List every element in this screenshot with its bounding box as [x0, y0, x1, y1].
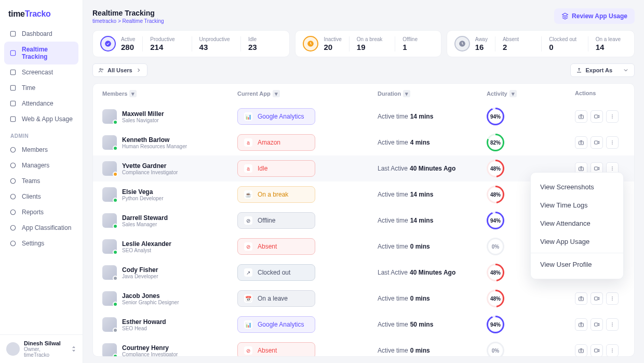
nav-item-teams[interactable]: Teams [4, 173, 78, 189]
more-button[interactable] [606, 110, 619, 123]
screencast-button[interactable] [591, 110, 603, 123]
nav-label: Teams [22, 177, 40, 185]
table-row[interactable]: Maxwell Miller Sales Navigator 📊 Google … [93, 103, 634, 129]
stat-unproductive: Unproductive43 [192, 36, 240, 51]
screencast-button[interactable] [591, 136, 603, 149]
activity-value: 48% [490, 166, 501, 172]
breadcrumb[interactable]: timetracko > Realtime Tracking [92, 18, 164, 24]
dropdown-item-view-attendance[interactable]: View Attendance [531, 214, 623, 232]
member-name: Darrell Steward [122, 214, 168, 222]
activity-ring: 82% [487, 134, 504, 151]
duration-value: 14 mins [410, 217, 434, 224]
col-duration[interactable]: Duration [378, 90, 401, 97]
member-name: Elsie Vega [122, 188, 164, 196]
screenshot-button[interactable] [575, 318, 587, 331]
activity-value: 82% [490, 140, 501, 146]
video-icon [594, 113, 600, 120]
activity-value: 94% [490, 322, 501, 328]
stat-label: Unproductive [199, 36, 233, 42]
svg-point-65 [612, 300, 613, 301]
member-avatar [102, 213, 117, 228]
nav-item-dashboard[interactable]: Dashboard [4, 26, 78, 42]
svg-point-63 [612, 296, 613, 297]
nav-icon [9, 209, 17, 216]
nav-item-screencast[interactable]: Screencast [4, 64, 78, 80]
table-row[interactable]: Jacob Jones Senior Graphic Designer 📅 On… [93, 286, 634, 312]
screenshot-button[interactable] [575, 110, 587, 123]
sort-duration[interactable]: ▾ [403, 90, 410, 97]
svg-point-10 [10, 210, 15, 214]
table-row[interactable]: Courtney Henry Compliance Investigator ⊘… [93, 338, 634, 357]
camera-icon [578, 321, 584, 328]
stat-value: 2 [503, 43, 534, 51]
stat-away: Away16 [447, 36, 495, 51]
user-footer[interactable]: Dinesh Silwal Owner, timeTracko [0, 334, 83, 363]
status-dot [113, 354, 118, 357]
export-button[interactable]: Export As [570, 63, 635, 77]
col-activity[interactable]: Activity [487, 90, 507, 97]
video-icon [594, 165, 600, 172]
dropdown-item-view-app-usage[interactable]: View App Usage [531, 232, 623, 251]
main: Realtime Tracking timetracko > Realtime … [83, 0, 644, 363]
nav-item-reports[interactable]: Reports [4, 204, 78, 220]
more-button[interactable] [606, 318, 619, 331]
member-role: SEO Analyst [122, 248, 171, 253]
duration-value: 40 Minutes Ago [410, 269, 455, 276]
stat-value: 214 [150, 43, 184, 51]
stat-value: 16 [475, 43, 488, 51]
stat-label: Active [121, 36, 135, 42]
nav-icon [9, 84, 17, 92]
dropdown-item-view-user-profile[interactable]: View User Profile [531, 255, 623, 274]
logo-text-1: time [8, 9, 25, 18]
all-users-filter[interactable]: All Users [92, 63, 147, 77]
nav-item-app-classification[interactable]: App Classification [4, 220, 78, 236]
activity-ring: 94% [487, 108, 504, 125]
video-icon [594, 347, 600, 354]
sort-app[interactable]: ▾ [273, 90, 280, 97]
stat-value: 43 [199, 43, 233, 51]
review-app-usage-button[interactable]: Review App Usage [554, 8, 635, 24]
col-members[interactable]: Members [102, 90, 127, 97]
table-row[interactable]: Kenneth Barlow Human Resources Manager a… [93, 129, 634, 155]
screenshot-button[interactable] [575, 292, 587, 305]
more-button[interactable] [606, 136, 619, 149]
nav-item-web-app-usage[interactable]: Web & App Usage [4, 111, 78, 127]
more-vert-icon [609, 165, 615, 172]
screenshot-button[interactable] [575, 344, 587, 357]
app-pill: 📊 Google Analytics [237, 108, 315, 125]
screencast-button[interactable] [591, 292, 603, 305]
dropdown-item-view-time-logs[interactable]: View Time Logs [531, 196, 623, 214]
camera-icon [578, 113, 584, 120]
duration-value: 40 Minutes Ago [410, 165, 455, 172]
stat-card-away: Away16Absent2Clocked out0On a leave14 [447, 30, 635, 57]
svg-rect-1 [10, 50, 15, 55]
nav-item-members[interactable]: Members [4, 142, 78, 158]
dropdown-item-view-screenshots[interactable]: View Screenshots [531, 178, 623, 196]
svg-rect-72 [579, 349, 584, 353]
dropdown-separator [531, 253, 623, 253]
nav-item-settings[interactable]: Settings [4, 236, 78, 251]
nav-item-managers[interactable]: Managers [4, 158, 78, 173]
col-app[interactable]: Current App [237, 90, 271, 97]
svg-point-21 [612, 114, 613, 115]
nav-item-attendance[interactable]: Attendance [4, 96, 78, 111]
sort-activity[interactable]: ▾ [509, 90, 517, 97]
svg-rect-68 [595, 323, 598, 326]
svg-rect-62 [595, 297, 598, 300]
chevron-updown-icon[interactable] [71, 345, 76, 353]
status-dot [113, 328, 118, 333]
nav-item-time[interactable]: Time [4, 80, 78, 96]
screencast-button[interactable] [591, 344, 603, 357]
more-button[interactable] [606, 344, 619, 357]
sort-members[interactable]: ▾ [129, 90, 137, 97]
screencast-button[interactable] [591, 318, 603, 331]
camera-icon [578, 165, 584, 172]
more-vert-icon [609, 321, 615, 328]
table-row[interactable]: Esther Howard SEO Head 📊 Google Analytic… [93, 312, 634, 338]
screenshot-button[interactable] [575, 136, 587, 149]
nav-item-realtime-tracking[interactable]: Realtime Tracking [4, 42, 78, 64]
nav-item-clients[interactable]: Clients [4, 189, 78, 204]
more-button[interactable] [606, 292, 619, 305]
stat-value: 1 [403, 43, 433, 51]
svg-rect-2 [10, 70, 15, 74]
